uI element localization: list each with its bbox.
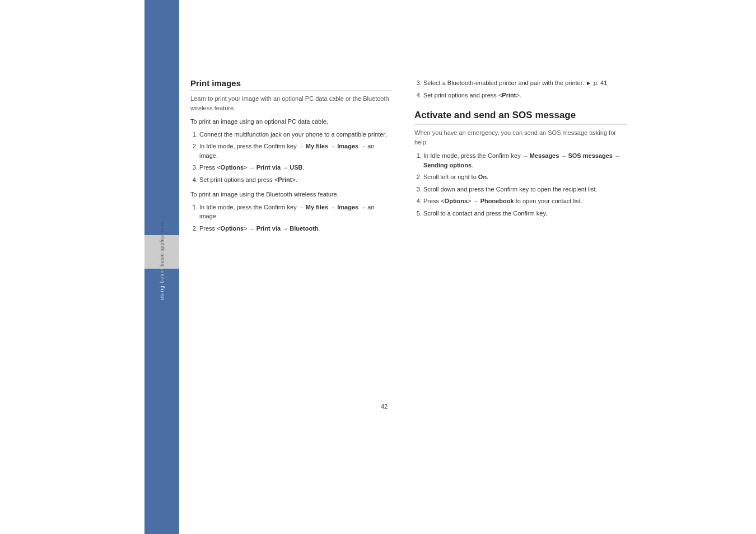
- columns-layout: Print images Learn to print your image w…: [190, 78, 694, 238]
- right-column: Select a Bluetooth-enabled printer and p…: [414, 78, 627, 238]
- page-number: 42: [381, 403, 388, 410]
- bt-intro: To print an image using the Bluetooth wi…: [190, 190, 392, 199]
- pc-step-3-text: Press <Options> → Print via → USB.: [199, 164, 305, 171]
- sos-step-4: Press <Options> → Phonebook to open your…: [423, 196, 627, 206]
- cont-step-4-text: Set print options and press <Print>.: [423, 92, 521, 99]
- sidebar-tab-label: using basic applications: [159, 222, 165, 282]
- sos-step-1-text: In Idle mode, press the Confirm key → Me…: [423, 152, 620, 168]
- cont-step-3: Select a Bluetooth-enabled printer and p…: [423, 78, 627, 88]
- sos-steps-list: In Idle mode, press the Confirm key → Me…: [414, 151, 627, 218]
- pc-intro: To print an image using an optional PC d…: [190, 117, 392, 127]
- sos-step-3: Scroll down and press the Confirm key to…: [423, 185, 627, 194]
- bt-steps-list: In Idle mode, press the Confirm key → My…: [190, 203, 392, 233]
- sos-step-2: Scroll left or right to On.: [423, 172, 627, 182]
- page-container: using basic applications using basic app…: [0, 0, 756, 534]
- pc-step-4: Set print options and press <Print>.: [199, 175, 392, 185]
- pc-step-4-text: Set print options and press <Print>.: [199, 176, 297, 183]
- sos-step-1: In Idle mode, press the Confirm key → Me…: [423, 151, 627, 170]
- sos-step-5: Scroll to a contact and press the Confir…: [423, 209, 627, 218]
- sos-step-3-text: Scroll down and press the Confirm key to…: [423, 186, 598, 193]
- print-images-title: Print images: [190, 78, 392, 91]
- main-content: Print images Learn to print your image w…: [190, 78, 694, 238]
- pc-step-2: In Idle mode, press the Confirm key → My…: [199, 142, 392, 160]
- pc-step-1: Connect the multifunction jack on your p…: [199, 130, 392, 139]
- sos-subtitle: When you have an emergency, you can send…: [414, 128, 627, 147]
- pc-steps-list: Connect the multifunction jack on your p…: [190, 130, 392, 185]
- sos-step-2-text: Scroll left or right to On.: [423, 174, 488, 180]
- cont-steps-list: Select a Bluetooth-enabled printer and p…: [414, 78, 627, 100]
- pc-step-3: Press <Options> → Print via → USB.: [199, 163, 392, 172]
- print-images-subtitle: Learn to print your image with an option…: [190, 94, 392, 113]
- sidebar-tab: using basic applications: [144, 235, 179, 269]
- sos-title: Activate and send an SOS message: [414, 110, 627, 125]
- bt-step-2: Press <Options> → Print via → Bluetooth.: [199, 224, 392, 233]
- bt-step-1: In Idle mode, press the Confirm key → My…: [199, 203, 392, 221]
- cont-step-4: Set print options and press <Print>.: [423, 91, 627, 100]
- pc-step-2-text: In Idle mode, press the Confirm key → My…: [199, 143, 375, 159]
- bt-step-2-text: Press <Options> → Print via → Bluetooth.: [199, 225, 320, 232]
- sos-step-5-text: Scroll to a contact and press the Confir…: [423, 210, 547, 217]
- sos-step-4-text: Press <Options> → Phonebook to open your…: [423, 198, 582, 204]
- pc-step-1-text: Connect the multifunction jack on your p…: [199, 131, 386, 138]
- cont-step-3-text: Select a Bluetooth-enabled printer and p…: [423, 79, 607, 86]
- left-column: Print images Learn to print your image w…: [190, 78, 392, 238]
- bt-step-1-text: In Idle mode, press the Confirm key → My…: [199, 204, 375, 220]
